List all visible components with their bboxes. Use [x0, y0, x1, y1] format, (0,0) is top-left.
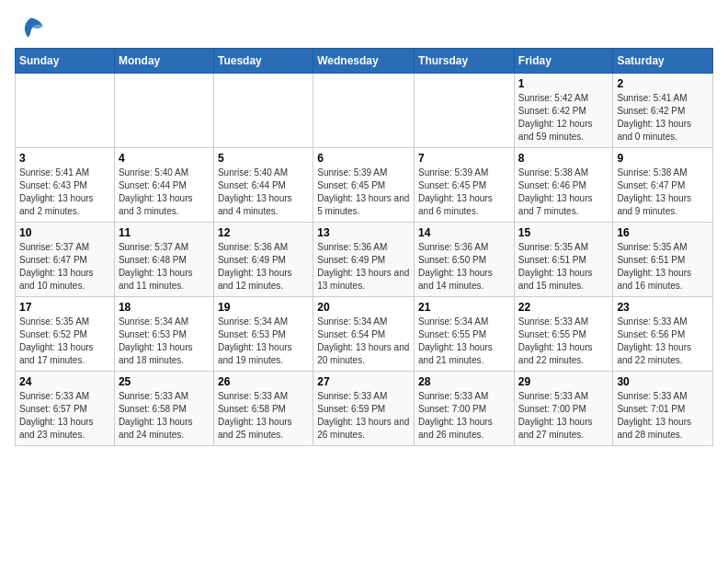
day-number: 22	[518, 301, 609, 314]
day-info: Sunrise: 5:36 AM Sunset: 6:49 PM Dayligh…	[218, 241, 309, 293]
day-number: 29	[518, 375, 609, 388]
calendar-cell: 1Sunrise: 5:42 AM Sunset: 6:42 PM Daylig…	[514, 74, 613, 148]
day-number: 9	[617, 152, 709, 165]
calendar-cell: 4Sunrise: 5:40 AM Sunset: 6:44 PM Daylig…	[114, 148, 213, 223]
day-number: 23	[617, 301, 709, 314]
day-info: Sunrise: 5:34 AM Sunset: 6:53 PM Dayligh…	[218, 316, 309, 367]
calendar-cell: 27Sunrise: 5:33 AM Sunset: 6:59 PM Dayli…	[313, 372, 415, 446]
calendar-cell: 17Sunrise: 5:35 AM Sunset: 6:52 PM Dayli…	[16, 297, 115, 372]
calendar-cell	[415, 74, 515, 148]
calendar-cell	[213, 74, 313, 148]
day-info: Sunrise: 5:41 AM Sunset: 6:43 PM Dayligh…	[19, 167, 110, 218]
day-number: 10	[19, 226, 110, 239]
day-number: 11	[119, 226, 210, 239]
calendar-cell: 20Sunrise: 5:34 AM Sunset: 6:54 PM Dayli…	[313, 297, 415, 372]
calendar-cell: 24Sunrise: 5:33 AM Sunset: 6:57 PM Dayli…	[16, 372, 115, 446]
day-number: 21	[418, 301, 510, 314]
day-number: 17	[19, 301, 110, 314]
day-info: Sunrise: 5:35 AM Sunset: 6:52 PM Dayligh…	[19, 316, 110, 367]
day-info: Sunrise: 5:33 AM Sunset: 6:56 PM Dayligh…	[617, 316, 709, 367]
calendar-cell: 7Sunrise: 5:39 AM Sunset: 6:45 PM Daylig…	[415, 148, 515, 223]
calendar-cell: 28Sunrise: 5:33 AM Sunset: 7:00 PM Dayli…	[415, 372, 515, 446]
calendar-cell: 19Sunrise: 5:34 AM Sunset: 6:53 PM Dayli…	[213, 297, 313, 372]
header-row: SundayMondayTuesdayWednesdayThursdayFrid…	[16, 49, 713, 74]
day-info: Sunrise: 5:33 AM Sunset: 7:00 PM Dayligh…	[518, 390, 609, 442]
day-info: Sunrise: 5:33 AM Sunset: 6:57 PM Dayligh…	[19, 390, 110, 442]
calendar-cell: 13Sunrise: 5:36 AM Sunset: 6:49 PM Dayli…	[313, 223, 415, 297]
calendar-cell: 26Sunrise: 5:33 AM Sunset: 6:58 PM Dayli…	[213, 372, 313, 446]
header-day-saturday: Saturday	[613, 49, 713, 74]
calendar-cell: 11Sunrise: 5:37 AM Sunset: 6:48 PM Dayli…	[114, 223, 213, 297]
day-number: 8	[518, 152, 609, 165]
day-number: 18	[119, 301, 210, 314]
day-info: Sunrise: 5:40 AM Sunset: 6:44 PM Dayligh…	[218, 167, 309, 218]
header-day-monday: Monday	[114, 49, 213, 74]
calendar-cell: 5Sunrise: 5:40 AM Sunset: 6:44 PM Daylig…	[213, 148, 313, 223]
day-number: 2	[617, 77, 709, 90]
calendar-cell: 22Sunrise: 5:33 AM Sunset: 6:55 PM Dayli…	[514, 297, 613, 372]
day-number: 30	[617, 375, 709, 388]
logo	[15, 15, 44, 40]
day-number: 24	[19, 375, 110, 388]
header-day-wednesday: Wednesday	[313, 49, 415, 74]
calendar-cell	[16, 74, 115, 148]
day-number: 1	[518, 77, 609, 90]
day-info: Sunrise: 5:39 AM Sunset: 6:45 PM Dayligh…	[418, 167, 510, 218]
day-number: 27	[317, 375, 410, 388]
day-info: Sunrise: 5:36 AM Sunset: 6:49 PM Dayligh…	[317, 241, 410, 293]
day-number: 15	[518, 226, 609, 239]
header-day-thursday: Thursday	[415, 49, 515, 74]
day-info: Sunrise: 5:38 AM Sunset: 6:46 PM Dayligh…	[518, 167, 609, 218]
calendar-cell: 14Sunrise: 5:36 AM Sunset: 6:50 PM Dayli…	[415, 223, 515, 297]
day-number: 12	[218, 226, 309, 239]
day-info: Sunrise: 5:35 AM Sunset: 6:51 PM Dayligh…	[617, 241, 709, 293]
calendar-cell: 30Sunrise: 5:33 AM Sunset: 7:01 PM Dayli…	[613, 372, 713, 446]
day-number: 14	[418, 226, 510, 239]
day-info: Sunrise: 5:33 AM Sunset: 6:59 PM Dayligh…	[317, 390, 410, 442]
day-number: 5	[218, 152, 309, 165]
header-day-tuesday: Tuesday	[213, 49, 313, 74]
day-info: Sunrise: 5:34 AM Sunset: 6:55 PM Dayligh…	[418, 316, 510, 367]
calendar-cell: 18Sunrise: 5:34 AM Sunset: 6:53 PM Dayli…	[114, 297, 213, 372]
day-number: 25	[119, 375, 210, 388]
day-info: Sunrise: 5:33 AM Sunset: 6:58 PM Dayligh…	[218, 390, 309, 442]
day-info: Sunrise: 5:37 AM Sunset: 6:47 PM Dayligh…	[19, 241, 110, 293]
calendar-cell: 23Sunrise: 5:33 AM Sunset: 6:56 PM Dayli…	[613, 297, 713, 372]
day-info: Sunrise: 5:41 AM Sunset: 6:42 PM Dayligh…	[617, 92, 709, 144]
day-info: Sunrise: 5:34 AM Sunset: 6:54 PM Dayligh…	[317, 316, 410, 367]
day-info: Sunrise: 5:35 AM Sunset: 6:51 PM Dayligh…	[518, 241, 609, 293]
calendar-header: SundayMondayTuesdayWednesdayThursdayFrid…	[16, 49, 713, 74]
week-row-2: 3Sunrise: 5:41 AM Sunset: 6:43 PM Daylig…	[16, 148, 713, 223]
day-number: 19	[218, 301, 309, 314]
header-day-friday: Friday	[514, 49, 613, 74]
day-info: Sunrise: 5:33 AM Sunset: 7:01 PM Dayligh…	[617, 390, 709, 442]
day-info: Sunrise: 5:39 AM Sunset: 6:45 PM Dayligh…	[317, 167, 410, 218]
calendar-body: 1Sunrise: 5:42 AM Sunset: 6:42 PM Daylig…	[16, 74, 713, 446]
day-info: Sunrise: 5:37 AM Sunset: 6:48 PM Dayligh…	[119, 241, 210, 293]
calendar-table: SundayMondayTuesdayWednesdayThursdayFrid…	[15, 48, 713, 446]
calendar-cell: 12Sunrise: 5:36 AM Sunset: 6:49 PM Dayli…	[213, 223, 313, 297]
calendar-cell: 21Sunrise: 5:34 AM Sunset: 6:55 PM Dayli…	[415, 297, 515, 372]
day-number: 6	[317, 152, 410, 165]
day-number: 26	[218, 375, 309, 388]
day-info: Sunrise: 5:33 AM Sunset: 6:55 PM Dayligh…	[518, 316, 609, 367]
day-info: Sunrise: 5:33 AM Sunset: 6:58 PM Dayligh…	[119, 390, 210, 442]
day-info: Sunrise: 5:42 AM Sunset: 6:42 PM Dayligh…	[518, 92, 609, 144]
week-row-4: 17Sunrise: 5:35 AM Sunset: 6:52 PM Dayli…	[16, 297, 713, 372]
page-header	[15, 15, 713, 40]
calendar-cell	[114, 74, 213, 148]
logo-bird-icon	[18, 15, 44, 40]
day-info: Sunrise: 5:40 AM Sunset: 6:44 PM Dayligh…	[119, 167, 210, 218]
day-number: 20	[317, 301, 410, 314]
calendar-cell: 6Sunrise: 5:39 AM Sunset: 6:45 PM Daylig…	[313, 148, 415, 223]
header-day-sunday: Sunday	[16, 49, 115, 74]
day-info: Sunrise: 5:36 AM Sunset: 6:50 PM Dayligh…	[418, 241, 510, 293]
calendar-cell	[313, 74, 415, 148]
day-number: 16	[617, 226, 709, 239]
calendar-cell: 2Sunrise: 5:41 AM Sunset: 6:42 PM Daylig…	[613, 74, 713, 148]
day-number: 13	[317, 226, 410, 239]
calendar-cell: 16Sunrise: 5:35 AM Sunset: 6:51 PM Dayli…	[613, 223, 713, 297]
day-info: Sunrise: 5:34 AM Sunset: 6:53 PM Dayligh…	[119, 316, 210, 367]
calendar-cell: 3Sunrise: 5:41 AM Sunset: 6:43 PM Daylig…	[16, 148, 115, 223]
week-row-3: 10Sunrise: 5:37 AM Sunset: 6:47 PM Dayli…	[16, 223, 713, 297]
